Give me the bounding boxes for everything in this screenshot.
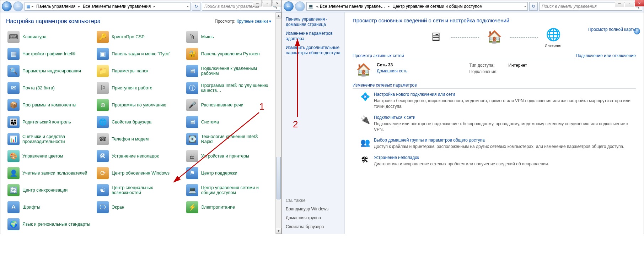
control-panel-item[interactable]: 🖥Система xyxy=(185,114,271,130)
item-icon: 🔄 xyxy=(7,184,20,196)
minimize-button[interactable]: ─ xyxy=(615,0,624,6)
control-panel-item[interactable]: ✉Почта (32 бита) xyxy=(6,80,92,96)
item-label: Технология хранения Intel® Rapid xyxy=(201,134,270,144)
control-panel-item[interactable]: 💽Технология хранения Intel® Rapid xyxy=(185,131,271,147)
control-panel-item[interactable]: 🔑КриптоПро CSP xyxy=(95,29,182,45)
item-label: Распознавание речи xyxy=(201,103,243,108)
chevron-right-icon: ▸ xyxy=(78,4,80,8)
dropdown-icon[interactable]: ▾ xyxy=(524,4,526,8)
item-icon: ⌨ xyxy=(7,31,20,43)
network-category-link[interactable]: Домашняя сеть xyxy=(377,68,407,73)
change-settings-header: Изменение сетевых параметров xyxy=(353,83,636,89)
control-panel-item[interactable]: ⚡Электропитание xyxy=(185,199,271,215)
maximize-button[interactable]: ▫ xyxy=(263,0,272,6)
sidebar-link-sharing[interactable]: Изменить дополнительные параметры общего… xyxy=(286,45,341,56)
control-panel-item[interactable]: 🌍Язык и региональные стандарты xyxy=(6,216,92,230)
task-title: Устранение неполадок xyxy=(374,155,549,160)
window-controls: ─ ▫ ✕ xyxy=(615,0,644,6)
item-icon: 🛠 xyxy=(97,150,109,162)
scroll-up-button[interactable]: ▲ xyxy=(276,12,281,18)
item-label: КриптоПро CSP xyxy=(112,34,145,39)
control-panel-item[interactable]: 💻Центр управления сетями и общим доступо… xyxy=(185,182,271,198)
view-mode-dropdown[interactable]: Крупные значки ▾ xyxy=(237,19,271,24)
control-panel-item[interactable]: ⊕Программы по умолчанию xyxy=(95,97,182,113)
map-node-network[interactable]: 🏠 xyxy=(485,29,503,45)
control-panel-item[interactable]: ⌨Клавиатура xyxy=(6,29,92,45)
minimize-button[interactable]: ─ xyxy=(253,0,262,6)
control-panel-item[interactable]: 🖵Экран xyxy=(95,199,182,215)
control-panel-item[interactable]: ☯Центр специальных возможностей xyxy=(95,182,182,198)
map-node-computer[interactable]: 🖥 xyxy=(426,29,444,45)
breadcrumb[interactable]: Все элементы панели управления xyxy=(81,4,152,9)
connect-disconnect-link[interactable]: Подключение или отключение xyxy=(576,53,636,58)
active-networks-header: Просмотр активных сетей Подключение или … xyxy=(353,53,636,59)
map-node-internet[interactable]: 🌐 Интернет xyxy=(544,27,562,48)
item-icon: 🌐 xyxy=(97,116,109,128)
control-panel-item[interactable]: 🎨Управление цветом xyxy=(6,148,92,164)
network-task[interactable]: 👥Выбор домашней группы и параметров обще… xyxy=(360,137,636,149)
breadcrumb[interactable]: Центр управления сетями и общим доступом xyxy=(391,4,484,9)
scroll-down-button[interactable]: ▼ xyxy=(276,228,281,234)
close-button[interactable]: ✕ xyxy=(635,0,644,6)
network-task[interactable]: 💠Настройка нового подключения или сетиНа… xyxy=(360,92,636,110)
control-panel-item[interactable]: AШрифты xyxy=(6,199,92,215)
access-type-value: Интернет xyxy=(508,63,527,68)
sidebar-link-adapter[interactable]: Изменение параметров адаптера xyxy=(286,31,341,42)
scroll-thumb[interactable] xyxy=(277,157,281,199)
item-icon: 🎤 xyxy=(186,99,198,111)
task-title: Настройка нового подключения или сети xyxy=(374,92,636,97)
vertical-scrollbar[interactable]: ▲ ▼ xyxy=(275,12,281,234)
control-panel-item[interactable]: 🛠Устранение неполадок xyxy=(95,148,182,164)
network-task[interactable]: 🔌Подключиться к сетиПодключение или повт… xyxy=(360,115,636,133)
control-panel-item[interactable]: 📊Счетчики и средства производительности xyxy=(6,131,92,147)
item-icon: 👪 xyxy=(7,116,20,128)
control-panel-item[interactable]: ⓘПрограмма Intel® по улучшению качеств… xyxy=(185,80,271,96)
back-button[interactable]: ← xyxy=(2,1,12,11)
back-button[interactable]: ← xyxy=(284,1,294,11)
control-panel-item[interactable]: 🔐Панель управления Рутокен xyxy=(185,46,271,62)
network-task[interactable]: 🛠Устранение неполадокДиагностика и испра… xyxy=(360,155,636,167)
control-panel-item[interactable]: ▦Настройки графики Intel® xyxy=(6,46,92,62)
control-panel-item[interactable]: ⚑Центр поддержки xyxy=(185,165,271,181)
item-label: Центр поддержки xyxy=(201,171,237,176)
control-panel-item[interactable]: 🖨Устройства и принтеры xyxy=(185,148,271,164)
task-icon: 🔌 xyxy=(360,115,370,125)
control-panel-item[interactable]: 🔄Центр синхронизации xyxy=(6,182,92,198)
address-bar[interactable]: 💻 « Все элементы панели управле… ▸ Центр… xyxy=(306,2,528,11)
item-label: Электропитание xyxy=(201,205,235,210)
item-label: Приступая к работе xyxy=(112,86,152,90)
seealso-homegroup[interactable]: Домашняя группа xyxy=(286,215,341,221)
seealso-browser[interactable]: Свойства браузера xyxy=(286,224,341,230)
control-panel-item[interactable]: ⟳Центр обновления Windows xyxy=(95,165,182,181)
item-label: Программы и компоненты xyxy=(22,103,76,108)
seealso-firewall[interactable]: Брандмауэр Windows xyxy=(286,206,341,212)
control-panel-item[interactable]: 📦Программы и компоненты xyxy=(6,97,92,113)
control-panel-item[interactable]: 🖱Мышь xyxy=(185,29,271,45)
maximize-button[interactable]: ▫ xyxy=(625,0,634,6)
dropdown-icon[interactable]: ▾ xyxy=(187,4,189,8)
task-description: Настройка беспроводного, широкополосного… xyxy=(374,98,636,109)
control-panel-item[interactable]: 🌐Свойства браузера xyxy=(95,114,182,130)
address-bar[interactable]: ▦ ▸ Панель управления ▸ Все элементы пан… xyxy=(25,2,190,11)
refresh-button[interactable]: ↻ xyxy=(529,2,538,11)
control-panel-item[interactable]: ⚐Приступая к работе xyxy=(95,80,182,96)
control-panel-item[interactable]: ☎Телефон и модем xyxy=(95,131,182,147)
control-panel-item[interactable]: 👪Родительский контроль xyxy=(6,114,92,130)
control-panel-item[interactable]: 🖥Подключения к удаленным рабочим xyxy=(185,63,271,79)
control-panel-item[interactable]: ▣Панель задач и меню "Пуск" xyxy=(95,46,182,62)
close-button[interactable]: ✕ xyxy=(273,0,282,6)
item-label: Панель задач и меню "Пуск" xyxy=(112,51,170,56)
sidebar: Панель управления - домашняя страница Из… xyxy=(282,12,345,234)
task-description: Подключение или повторное подключение к … xyxy=(374,121,636,132)
breadcrumb[interactable]: « Все элементы панели управле… xyxy=(315,4,386,9)
refresh-button[interactable]: ↻ xyxy=(192,2,200,11)
control-panel-item[interactable]: 🎤Распознавание речи xyxy=(185,97,271,113)
breadcrumb[interactable]: Панель управления xyxy=(35,4,77,9)
control-panel-item[interactable]: 🔍Параметры индексирования xyxy=(6,63,92,79)
item-icon: 👤 xyxy=(7,167,20,179)
forward-button[interactable]: → xyxy=(295,1,305,11)
sidebar-home-link[interactable]: Панель управления - домашняя страница xyxy=(286,17,341,27)
forward-button[interactable]: → xyxy=(13,1,23,11)
control-panel-item[interactable]: 👤Учетные записи пользователей xyxy=(6,165,92,181)
control-panel-item[interactable]: 📁Параметры папок xyxy=(95,63,182,79)
